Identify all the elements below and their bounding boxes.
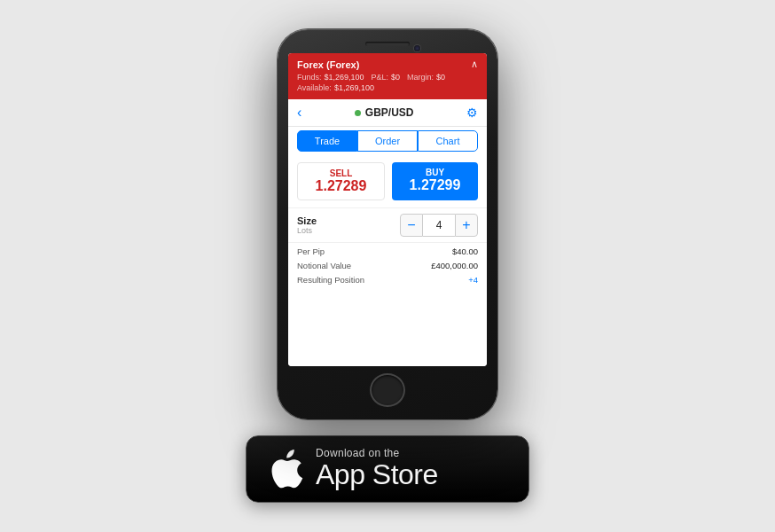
back-button[interactable]: ‹ <box>297 105 301 121</box>
appstore-main-text: App Store <box>316 459 438 490</box>
pair-bar: ‹ GBP/USD ⚙ <box>288 99 487 127</box>
chevron-up-icon[interactable]: ∧ <box>471 59 478 70</box>
appstore-sub-text: Download on the <box>316 447 438 459</box>
app-header: Forex (Forex) ∧ Funds: $1,269,100 P&L: $… <box>288 53 487 99</box>
phone-speaker <box>365 42 410 46</box>
size-value: 4 <box>423 214 455 237</box>
size-row: Size Lots − 4 + <box>288 207 487 243</box>
funds-value: $1,269,100 <box>325 73 364 82</box>
trade-area: SELL 1.27289 BUY 1.27299 <box>288 155 487 207</box>
phone: Forex (Forex) ∧ Funds: $1,269,100 P&L: $… <box>278 29 497 419</box>
resulting-label: Resulting Position <box>297 275 364 285</box>
size-stepper: − 4 + <box>400 214 478 237</box>
available-value: $1,269,100 <box>334 83 374 92</box>
apple-icon <box>268 448 303 490</box>
sell-price: 1.27289 <box>301 178 380 194</box>
available-label: Available: <box>297 83 332 92</box>
pl-value: $0 <box>391 73 400 82</box>
size-sublabel: Lots <box>297 226 400 235</box>
margin-value: $0 <box>436 73 445 82</box>
tab-trade[interactable]: Trade <box>297 130 357 152</box>
sell-box[interactable]: SELL 1.27289 <box>297 162 385 200</box>
notional-label: Notional Value <box>297 261 351 270</box>
settings-icon[interactable]: ⚙ <box>466 106 478 120</box>
resulting-value: +4 <box>468 275 478 285</box>
buy-label: BUY <box>395 168 474 177</box>
margin-label: Margin: <box>407 73 434 82</box>
tab-order[interactable]: Order <box>357 130 418 152</box>
detail-rows: Per Pip $40.00 Notional Value £400,000.0… <box>288 243 487 366</box>
app-header-title: Forex (Forex) <box>297 59 359 70</box>
buy-price: 1.27299 <box>395 177 474 193</box>
appstore-text: Download on the App Store <box>316 447 438 490</box>
scene: Forex (Forex) ∧ Funds: $1,269,100 P&L: $… <box>246 29 529 502</box>
detail-row-per-pip: Per Pip $40.00 <box>297 246 478 256</box>
phone-screen: Forex (Forex) ∧ Funds: $1,269,100 P&L: $… <box>288 53 487 366</box>
pair-name: GBP/USD <box>365 106 414 119</box>
phone-camera <box>414 45 420 51</box>
buy-box[interactable]: BUY 1.27299 <box>392 162 478 200</box>
funds-label: Funds: <box>297 73 322 82</box>
app-header-stats: Funds: $1,269,100 P&L: $0 Margin: $0 Ava… <box>297 73 478 92</box>
sell-label: SELL <box>301 168 380 178</box>
appstore-button[interactable]: Download on the App Store <box>246 435 529 502</box>
pl-label: P&L: <box>372 73 389 82</box>
decrease-button[interactable]: − <box>400 214 423 237</box>
increase-button[interactable]: + <box>455 214 478 237</box>
notional-value: £400,000.00 <box>431 261 478 270</box>
status-dot <box>355 110 361 116</box>
tabs-bar: Trade Order Chart <box>288 127 487 155</box>
pair-name-wrap: GBP/USD <box>355 106 414 119</box>
phone-home-button[interactable] <box>370 373 405 407</box>
size-label-wrap: Size Lots <box>297 215 400 235</box>
detail-row-resulting: Resulting Position +4 <box>297 275 478 285</box>
per-pip-label: Per Pip <box>297 246 325 256</box>
tab-chart[interactable]: Chart <box>418 130 478 152</box>
size-label: Size <box>297 215 400 226</box>
per-pip-value: $40.00 <box>452 246 478 256</box>
detail-row-notional: Notional Value £400,000.00 <box>297 261 478 270</box>
